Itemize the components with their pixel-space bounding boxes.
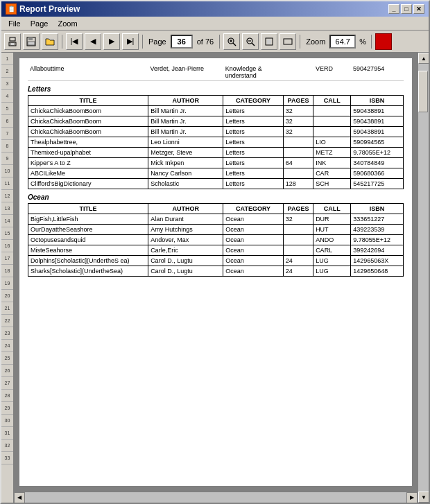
isbn-cell: 1429650648 <box>351 266 404 277</box>
content-area: 1 2 3 4 5 6 7 8 9 10 11 12 13 14 15 16 1… <box>1 53 429 503</box>
isbn-cell: 142965063X <box>351 256 404 266</box>
pages-cell: 128 <box>283 179 313 189</box>
ruler-mark: 32 <box>1 440 13 452</box>
table-row: ChickaChickaBoomBoom Bill Martin Jr. Let… <box>28 106 404 116</box>
top-author-cell: Verdet, Jean-Pierre <box>148 64 223 81</box>
ruler-mark: 3 <box>1 78 13 90</box>
author-cell: Andover, Max <box>148 235 223 245</box>
scroll-down-button[interactable]: ▼ <box>418 492 429 503</box>
header-category: CATEGORY <box>223 204 284 214</box>
letters-table-header: TITLE AUTHOR CATEGORY PAGES CALL ISBN <box>28 96 404 106</box>
title-cell: MisteSeahorse <box>28 245 148 256</box>
ruler-mark: 23 <box>1 327 13 340</box>
title-cell: Octopusesandsquid <box>28 235 148 245</box>
svg-rect-4 <box>28 37 33 40</box>
menu-file[interactable]: File <box>4 19 25 28</box>
ocean-table-header: TITLE AUTHOR CATEGORY PAGES CALL ISBN <box>28 204 404 214</box>
svg-line-7 <box>233 43 236 46</box>
table-row: Thealphabettree, Leo Lionni Letters LIO … <box>28 137 404 148</box>
author-cell: Carol D., Lugtu <box>148 266 223 277</box>
top-call-cell: VERD <box>313 64 351 81</box>
pages-cell: 32 <box>283 214 313 225</box>
close-button[interactable]: ✕ <box>413 4 424 14</box>
title-bar-left: 📋 Report Preview <box>6 3 80 15</box>
fit-width-button[interactable] <box>280 33 296 50</box>
category-cell: Ocean <box>223 256 284 266</box>
category-cell: Letters <box>223 179 284 189</box>
svg-rect-14 <box>267 40 271 44</box>
call-cell: LUG <box>313 256 351 266</box>
ocean-table: TITLE AUTHOR CATEGORY PAGES CALL ISBN Bi… <box>28 203 404 277</box>
print-button[interactable] <box>4 33 21 50</box>
header-isbn: ISBN <box>351 96 404 106</box>
app-icon: 📋 <box>6 3 17 15</box>
scroll-track[interactable] <box>418 64 429 492</box>
pages-cell: 24 <box>283 256 313 266</box>
menu-page[interactable]: Page <box>26 19 53 28</box>
title-cell: BigFish,LittleFish <box>28 214 148 225</box>
minimize-button[interactable]: _ <box>388 4 399 14</box>
scroll-track[interactable] <box>25 492 406 503</box>
top-category-cell: Knowledge & understand <box>223 64 284 81</box>
isbn-cell: 545217725 <box>351 179 404 189</box>
ruler-mark: 10 <box>1 165 13 177</box>
ocean-table-body: BigFish,LittleFish Alan Durant Ocean 32 … <box>28 214 404 277</box>
scroll-thumb[interactable] <box>418 71 428 112</box>
header-title: TITLE <box>28 204 148 214</box>
isbn-cell: 590438891 <box>351 127 404 137</box>
title-cell: ChickaChickaBoomBoom <box>28 116 148 127</box>
fit-page-button[interactable] <box>261 33 277 50</box>
pages-cell: 64 <box>283 158 313 168</box>
top-isbn-cell: 590427954 <box>351 64 404 81</box>
prev-page-button[interactable]: ◀ <box>85 33 101 50</box>
ruler-mark: 11 <box>1 177 13 190</box>
isbn-cell: 333651227 <box>351 214 404 225</box>
author-cell: Carle,Eric <box>148 245 223 256</box>
table-row: OurDayattheSeashore Amy Hutchings Ocean … <box>28 225 404 235</box>
stop-button[interactable] <box>375 33 392 50</box>
first-page-button[interactable]: |◀ <box>66 33 83 50</box>
save-button[interactable] <box>23 33 40 50</box>
zoom-out-button[interactable] <box>242 33 259 50</box>
separator-3 <box>219 35 220 49</box>
title-cell: Sharks[Scholastic](UndertheSea) <box>28 266 148 277</box>
call-cell: INK <box>313 158 351 168</box>
zoom-in-button[interactable] <box>223 33 240 50</box>
header-title: TITLE <box>28 96 148 106</box>
zoom-label: Zoom <box>306 37 325 46</box>
table-row: Clifford'sBigDictionary Scholastic Lette… <box>28 179 404 189</box>
ruler-mark: 2 <box>1 65 13 78</box>
menu-zoom[interactable]: Zoom <box>53 19 81 28</box>
separator-5 <box>371 35 372 49</box>
of-label: of 76 <box>197 37 214 46</box>
scroll-right-button[interactable]: ▶ <box>406 492 418 503</box>
ruler-mark: 1 <box>1 53 13 65</box>
title-bar: 📋 Report Preview _ □ ✕ <box>1 1 429 17</box>
pages-cell: 32 <box>283 116 313 127</box>
pages-cell: 32 <box>283 106 313 116</box>
open-button[interactable] <box>42 33 58 50</box>
call-cell: CAR <box>313 168 351 179</box>
isbn-cell: 9.78055E+12 <box>351 148 404 158</box>
zoom-input[interactable] <box>329 35 356 49</box>
scroll-up-button[interactable]: ▲ <box>418 53 429 64</box>
table-row: Octopusesandsquid Andover, Max Ocean AND… <box>28 235 404 245</box>
maximize-button[interactable]: □ <box>401 4 412 14</box>
last-page-button[interactable]: ▶| <box>122 33 139 50</box>
call-cell: ANDO <box>313 235 351 245</box>
svg-rect-1 <box>10 37 15 41</box>
ruler-mark: 31 <box>1 427 13 440</box>
section-header-ocean: Ocean <box>28 193 404 201</box>
author-cell: Leo Lionni <box>148 137 223 148</box>
table-row: Sharks[Scholastic](UndertheSea) Carol D.… <box>28 266 404 277</box>
svg-rect-15 <box>284 39 292 44</box>
table-row: Kipper's A to Z Mick Inkpen Letters 64 I… <box>28 158 404 168</box>
scroll-left-button[interactable]: ◀ <box>14 492 25 503</box>
next-page-button[interactable]: ▶ <box>103 33 120 50</box>
title-cell: ChickaChickaBoomBoom <box>28 106 148 116</box>
ruler-mark: 16 <box>1 240 13 252</box>
section-header-letters: Letters <box>28 85 404 93</box>
page-number-input[interactable] <box>171 35 193 49</box>
menu-bar: File Page Zoom <box>1 17 429 31</box>
table-row: ABCILikeMe Nancy Carlson Letters CAR 590… <box>28 168 404 179</box>
